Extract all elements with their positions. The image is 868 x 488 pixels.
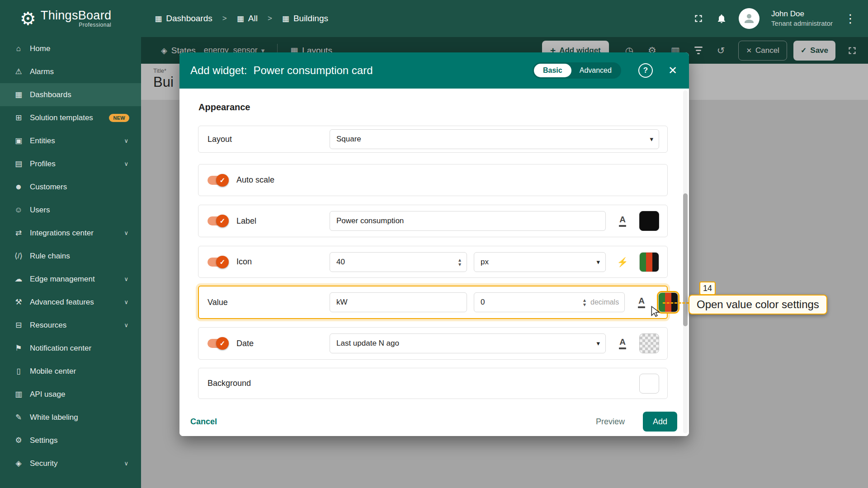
icon-toggle[interactable]: [208, 258, 228, 267]
toggle-check-icon: [216, 215, 229, 227]
dialog-scrollbar-thumb[interactable]: [683, 193, 688, 326]
sidebar-item-security[interactable]: ◈Security∨: [0, 452, 141, 475]
dialog-title-prefix: Add widget:: [190, 64, 247, 77]
layout-label: Layout: [208, 135, 330, 144]
sidebar-item-users[interactable]: ☺Users: [0, 198, 141, 221]
sidebar-item-customers[interactable]: ☻Customers: [0, 175, 141, 198]
date-toggle[interactable]: [208, 339, 228, 348]
dialog-add-button[interactable]: Add: [643, 412, 677, 432]
chevron-down-icon: [596, 258, 600, 266]
breadcrumb-item-dashboards[interactable]: ▦Dashboards: [155, 14, 212, 23]
sidebar-item-integrations-center[interactable]: ⇄Integrations center∨: [0, 221, 141, 244]
annotation-connector-line: [663, 302, 689, 304]
icon-picker-bolt-icon[interactable]: [613, 252, 632, 272]
sidebar-item-settings[interactable]: ⚙Settings: [0, 429, 141, 452]
icon-unit-select[interactable]: px: [474, 252, 606, 272]
breadcrumb-label: Buildings: [293, 14, 328, 23]
breadcrumb-label: All: [248, 14, 258, 23]
white-labeling-icon: ✎: [14, 413, 24, 422]
sidebar-item-label: Solution templates: [30, 113, 106, 122]
dashboards-icon: ▦: [155, 14, 162, 23]
sidebar-item-label: Customers: [30, 183, 132, 192]
mode-switcher: Basic Advanced: [533, 62, 621, 79]
icon-row: Icon px: [198, 246, 668, 278]
logo-subtitle: Professional: [79, 22, 111, 28]
sidebar-item-dashboards[interactable]: ▦Dashboards: [0, 83, 141, 106]
label-toggle[interactable]: [208, 216, 228, 225]
sidebar-item-alarms[interactable]: ⚠Alarms: [0, 60, 141, 83]
label-text-input[interactable]: [336, 216, 600, 225]
layout-row: Layout Square: [198, 126, 668, 153]
more-menu-icon[interactable]: [844, 12, 856, 26]
rule-chains-icon: ⟨/⟩: [14, 251, 24, 261]
date-font-settings-icon[interactable]: [613, 333, 632, 353]
sidebar-item-label: Settings: [30, 436, 132, 445]
sidebar-item-notification-center[interactable]: ⚑Notification center: [0, 337, 141, 360]
auto-scale-toggle[interactable]: [208, 176, 228, 185]
date-color-swatch[interactable]: [639, 333, 659, 353]
sidebar-item-profiles[interactable]: ▤Profiles∨: [0, 152, 141, 175]
background-color-swatch[interactable]: [639, 374, 659, 394]
tab-basic[interactable]: Basic: [534, 64, 571, 77]
tab-advanced[interactable]: Advanced: [571, 64, 620, 77]
mobile-icon: ▯: [14, 366, 24, 376]
help-icon[interactable]: [638, 63, 653, 78]
label-color-swatch[interactable]: [639, 211, 659, 231]
breadcrumb-separator: >: [268, 14, 272, 23]
label-row: Label: [198, 205, 668, 237]
value-font-settings-icon[interactable]: [632, 292, 651, 312]
alarm-icon: ⚠: [14, 67, 24, 76]
fullscreen-icon[interactable]: [693, 13, 704, 24]
dialog-cancel-button[interactable]: Cancel: [190, 417, 217, 427]
annotation-label: Open value color settings: [689, 295, 827, 314]
sidebar-item-resources[interactable]: ⊟Resources∨: [0, 314, 141, 337]
user-name: John Doe: [771, 9, 804, 18]
value-decimals-input[interactable]: [481, 298, 580, 307]
breadcrumb-item-all[interactable]: ▦All: [237, 14, 258, 23]
sidebar-item-edge-management[interactable]: ☁Edge management∨: [0, 267, 141, 291]
dialog-title-text: Power consumption card: [253, 64, 373, 77]
logo-title: ThingsBoard: [41, 9, 111, 22]
dialog-preview-button[interactable]: Preview: [596, 417, 625, 427]
user-avatar[interactable]: [739, 8, 760, 29]
sidebar-item-advanced-features[interactable]: ⚒Advanced features∨: [0, 291, 141, 314]
icon-color-swatch[interactable]: [639, 252, 659, 272]
notifications-bell-icon[interactable]: [716, 13, 727, 24]
close-icon[interactable]: [668, 64, 677, 77]
sidebar-item-label: Notification center: [30, 344, 132, 353]
dashboards-icon: ▦: [14, 90, 24, 99]
sidebar-item-api-usage[interactable]: ▥API usage: [0, 383, 141, 406]
sidebar-item-white-labeling[interactable]: ✎White labeling: [0, 406, 141, 429]
breadcrumb-label: Dashboards: [166, 14, 212, 23]
chevron-down-icon: [650, 135, 653, 143]
icon-size-input[interactable]: [336, 258, 456, 267]
sidebar-item-rule-chains[interactable]: ⟨/⟩Rule chains: [0, 244, 141, 267]
thingsboard-gear-icon: [20, 9, 36, 28]
value-unit-input[interactable]: [336, 298, 461, 307]
stepper-icon[interactable]: [583, 298, 586, 307]
sidebar-item-home[interactable]: ⌂Home: [0, 37, 141, 60]
sidebar-item-label: Entities: [30, 136, 121, 145]
sidebar-item-label: Rule chains: [30, 252, 132, 261]
value-row: Value decimals: [198, 286, 668, 319]
date-format-select[interactable]: Last update N ago: [330, 333, 606, 353]
chevron-down-icon: ∨: [124, 276, 128, 282]
label-font-settings-icon[interactable]: [613, 211, 632, 231]
sidebar-item-label: Home: [30, 44, 132, 53]
breadcrumb-item-buildings[interactable]: ▦Buildings: [282, 14, 328, 23]
sidebar-item-solution-templates[interactable]: ⊞Solution templatesNEW: [0, 106, 141, 129]
decimals-hint: decimals: [590, 298, 619, 306]
sidebar: ⌂Home⚠Alarms▦Dashboards⊞Solution templat…: [0, 37, 141, 488]
stepper-icon[interactable]: [458, 258, 461, 267]
icon-size-field-wrap: [330, 252, 467, 272]
sidebar-item-mobile-center[interactable]: ▯Mobile center: [0, 360, 141, 383]
chevron-down-icon: [596, 339, 600, 347]
settings-icon: ⚙: [14, 436, 24, 445]
sidebar-item-label: API usage: [30, 390, 132, 399]
sidebar-item-entities[interactable]: ▣Entities∨: [0, 129, 141, 152]
top-header: ThingsBoard Professional ▦Dashboards>▦Al…: [0, 0, 868, 37]
layout-select[interactable]: Square: [330, 129, 659, 149]
thingsboard-logo[interactable]: ThingsBoard Professional: [20, 9, 111, 28]
sidebar-item-label: Mobile center: [30, 367, 132, 376]
dialog-body[interactable]: Appearance Layout Square Auto scale Labe…: [179, 89, 689, 399]
